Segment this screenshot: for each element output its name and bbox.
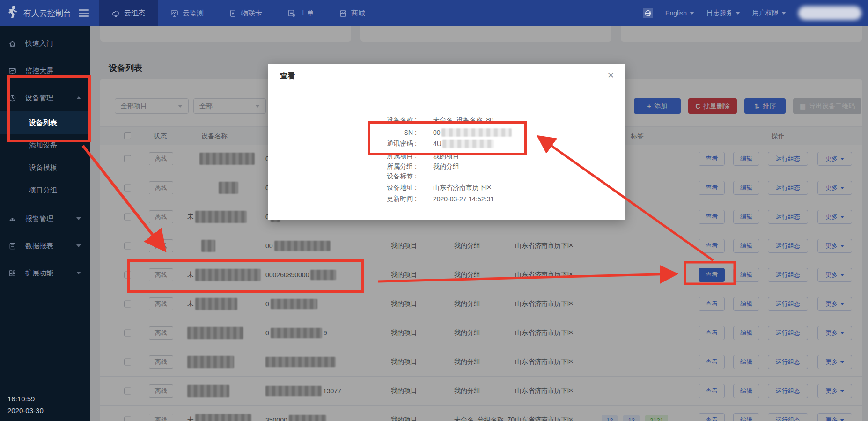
dialog-field: 设备地址 :山东省济南市历下区 xyxy=(268,183,625,193)
extension-icon xyxy=(8,269,18,277)
field-value: 4U xyxy=(433,140,494,148)
field-value-text: 未命名_设备名称_80 xyxy=(433,116,493,125)
dialog-title: 查看 xyxy=(280,71,295,81)
chevron-down-icon xyxy=(76,217,81,220)
language-dropdown[interactable]: English xyxy=(665,9,694,17)
clock-date: 2020-03-30 xyxy=(7,405,44,416)
chevron-down-icon xyxy=(690,12,694,15)
field-value: 山东省济南市历下区 xyxy=(433,184,492,192)
sidebar-subitem-label: 添加设备 xyxy=(29,141,57,150)
navbar-right: English 日志服务 用户权限 xyxy=(643,0,868,26)
tab-label: 云组态 xyxy=(124,9,145,18)
field-value-text: 2020-03-27 14:52:31 xyxy=(433,195,494,203)
dialog-field: 更新时间 :2020-03-27 14:52:31 xyxy=(268,194,625,204)
log-service-label: 日志服务 xyxy=(706,9,733,17)
field-value-text: 4U xyxy=(433,140,441,148)
field-value-text: 山东省济南市历下区 xyxy=(433,184,492,192)
user-permission-dropdown[interactable]: 用户权限 xyxy=(752,9,786,17)
log-service-dropdown[interactable]: 日志服务 xyxy=(706,9,740,17)
dialog-field: 设备标签 : xyxy=(268,171,625,182)
top-navbar: 有人云控制台 云组态云监测物联卡工单商城 English 日志服务 用户权限 xyxy=(0,0,868,26)
sidebar-item-device-management[interactable]: 设备管理 xyxy=(0,84,90,111)
redacted-value xyxy=(442,140,494,148)
sidebar-item-alarm-management[interactable]: 报警管理 xyxy=(0,205,90,232)
nav-tabs: 云组态云监测物联卡工单商城 xyxy=(99,0,378,26)
censored-username xyxy=(798,6,861,20)
view-dialog: 查看 ✕ 设备名称 :未命名_设备名称_80SN :00通讯密码 :4U所属项目… xyxy=(268,64,625,220)
dialog-divider xyxy=(268,91,625,91)
sidebar-subitem-label: 设备模板 xyxy=(29,163,57,172)
dialog-field: 设备名称 :未命名_设备名称_80 xyxy=(268,115,625,126)
sidebar-item-quick-start[interactable]: 快速入门 xyxy=(0,30,90,57)
field-label: 设备地址 : xyxy=(387,184,417,192)
screen-icon xyxy=(8,67,18,75)
sidebar-subitem-label: 设备列表 xyxy=(29,118,57,127)
dialog-field: 通讯密码 :4U xyxy=(268,139,625,149)
field-label: 所属项目 : xyxy=(387,152,417,161)
field-value: 我的项目 xyxy=(433,152,459,161)
sidebar-menu: 快速入门监控大屏设备管理设备列表添加设备设备模板项目分组报警管理数据报表扩展功能 xyxy=(0,26,90,287)
sidebar-item-extensions[interactable]: 扩展功能 xyxy=(0,259,90,287)
sidebar-item-monitor-screen[interactable]: 监控大屏 xyxy=(0,57,90,84)
chevron-down-icon xyxy=(76,272,81,274)
dialog-field: 所属项目 :我的项目 xyxy=(268,151,625,162)
usr-person-logo-icon xyxy=(6,5,19,21)
chevron-down-icon xyxy=(781,12,786,15)
field-value-text: 我的分组 xyxy=(433,162,459,171)
sidebar-subitem-add-device[interactable]: 添加设备 xyxy=(0,134,90,156)
monitor-icon xyxy=(170,9,178,17)
sidebar-item-label: 数据报表 xyxy=(25,242,53,251)
report-icon xyxy=(8,242,18,250)
sidebar-subitem-project-group[interactable]: 项目分组 xyxy=(0,179,90,201)
dialog-field: 所属分组 :我的分组 xyxy=(268,162,625,172)
sidebar-subitem-label: 项目分组 xyxy=(29,186,57,195)
tab-work-order[interactable]: 工单 xyxy=(275,0,326,26)
dialog-field: SN :00 xyxy=(268,127,625,138)
language-label: English xyxy=(665,9,687,17)
tab-cloud-config[interactable]: 云组态 xyxy=(99,0,158,26)
sidebar-item-label: 报警管理 xyxy=(25,214,53,223)
field-value: 00 xyxy=(433,128,512,137)
sidebar: 快速入门监控大屏设备管理设备列表添加设备设备模板项目分组报警管理数据报表扩展功能… xyxy=(0,26,90,421)
field-value: 未命名_设备名称_80 xyxy=(433,116,493,125)
sidebar-item-label: 快速入门 xyxy=(25,39,53,48)
sidebar-item-label: 扩展功能 xyxy=(25,269,53,278)
globe-icon xyxy=(643,8,653,18)
cloud-icon xyxy=(112,9,120,17)
field-label: 设备名称 : xyxy=(387,116,417,125)
tab-label: 工单 xyxy=(300,9,314,18)
brand: 有人云控制台 xyxy=(0,5,92,21)
alarm-icon xyxy=(8,215,18,223)
tab-mall[interactable]: 商城 xyxy=(326,0,378,26)
store-icon xyxy=(339,9,347,17)
close-icon[interactable]: ✕ xyxy=(607,70,614,81)
field-value-text: 我的项目 xyxy=(433,152,459,161)
sidebar-subitem-device-list[interactable]: 设备列表 xyxy=(0,111,90,134)
field-label: 所属分组 : xyxy=(387,162,417,171)
redacted-value xyxy=(441,128,512,137)
field-value: 我的分组 xyxy=(433,162,459,171)
tab-label: 云监测 xyxy=(183,9,204,18)
hamburger-menu-icon[interactable] xyxy=(79,9,89,17)
tab-cloud-monitor[interactable]: 云监测 xyxy=(158,0,216,26)
field-label: 设备标签 : xyxy=(387,172,417,181)
sidebar-item-data-report[interactable]: 数据报表 xyxy=(0,232,90,259)
tab-label: 商城 xyxy=(351,9,365,18)
tab-iot-card[interactable]: 物联卡 xyxy=(216,0,275,26)
sidebar-subitem-device-template[interactable]: 设备模板 xyxy=(0,156,90,179)
field-value: 2020-03-27 14:52:31 xyxy=(433,195,494,203)
work-order-icon xyxy=(287,9,295,17)
app-root: 有人云控制台 云组态云监测物联卡工单商城 English 日志服务 用户权限 xyxy=(0,0,868,421)
sim-card-icon xyxy=(229,9,237,17)
chevron-down-icon xyxy=(736,12,740,15)
field-label: SN : xyxy=(404,129,417,136)
sidebar-item-label: 设备管理 xyxy=(25,94,53,103)
clock-time: 16:10:59 xyxy=(7,393,44,405)
sidebar-clock: 16:10:59 2020-03-30 xyxy=(7,393,44,416)
home-icon xyxy=(8,40,18,48)
device-icon xyxy=(8,94,18,102)
chevron-up-icon xyxy=(76,96,81,99)
chevron-down-icon xyxy=(76,244,81,247)
field-label: 通讯密码 : xyxy=(387,140,417,148)
user-permission-label: 用户权限 xyxy=(752,9,779,17)
